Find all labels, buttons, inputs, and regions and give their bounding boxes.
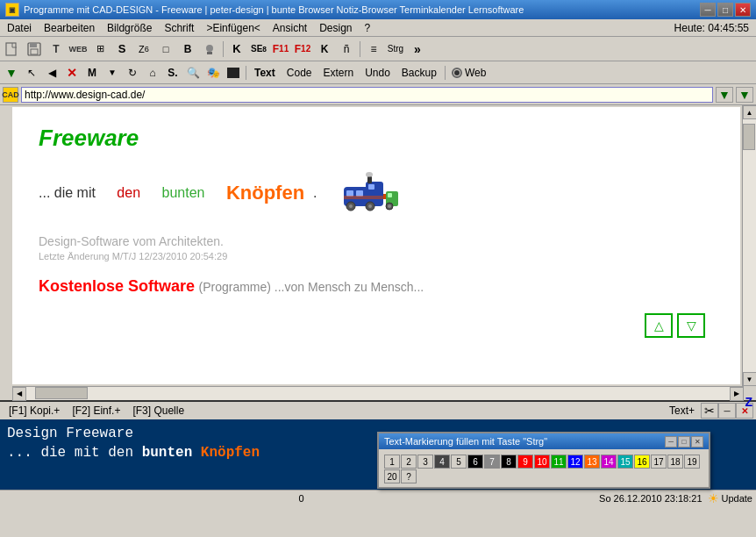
bottom-scissors[interactable]: ✂ xyxy=(701,403,718,419)
num-btn-10[interactable]: 10 xyxy=(534,455,550,469)
svg-rect-9 xyxy=(356,190,363,197)
editor-line2-bold: bunten xyxy=(142,445,193,461)
tb1-k2[interactable]: K xyxy=(314,39,335,59)
menu-help[interactable]: ? xyxy=(360,20,376,36)
titlebar-title: Programme mit CAD-DESIGN - Freeware | pe… xyxy=(24,4,524,15)
tb1-save[interactable] xyxy=(24,39,45,59)
menu-bearbeiten[interactable]: Bearbeiten xyxy=(39,20,100,36)
hscroll-left[interactable]: ◀ xyxy=(12,387,26,401)
nav-down-button[interactable]: ▽ xyxy=(677,313,705,338)
tb1-stamp[interactable] xyxy=(199,39,220,59)
num-btn-18[interactable]: 18 xyxy=(667,455,683,469)
tb1-new[interactable] xyxy=(2,39,23,59)
browser-content[interactable]: Freeware ... die mit den bunten Knöpfen. xyxy=(12,107,740,384)
num-btn-9[interactable]: 9 xyxy=(517,455,533,469)
bottom-dash[interactable]: ─ xyxy=(718,403,736,419)
tb1-grid[interactable]: ⊞ xyxy=(89,39,111,59)
tb2-extern-label[interactable]: Extern xyxy=(317,64,359,82)
tb2-black[interactable] xyxy=(224,64,243,82)
num-btn-13[interactable]: 13 xyxy=(584,455,600,469)
tb1-k[interactable]: K xyxy=(226,39,247,59)
scroll-up-button[interactable]: ▲ xyxy=(743,105,757,119)
num-btn-11[interactable]: 11 xyxy=(551,455,567,469)
toolbar1-separator xyxy=(223,41,224,57)
tb2-cursor[interactable]: ↖ xyxy=(22,64,41,82)
num-btn-12[interactable]: 12 xyxy=(567,455,583,469)
num-btn-17[interactable]: 17 xyxy=(651,455,667,469)
tb1-b[interactable]: B xyxy=(177,39,198,59)
tb1-se[interactable]: SE8 xyxy=(248,39,269,59)
tb1-strg[interactable]: Strg xyxy=(385,39,406,59)
num-btn-16[interactable]: 16 xyxy=(634,455,650,469)
maximize-button[interactable]: □ xyxy=(717,3,733,17)
tb2-bug[interactable]: 🎭 xyxy=(203,64,223,82)
tb2-web-radio[interactable]: Web xyxy=(448,67,489,79)
address-dropdown1[interactable]: ▼ xyxy=(716,87,733,103)
num-btn-question[interactable]: ? xyxy=(401,469,417,483)
tb2-delete[interactable]: ✕ xyxy=(62,64,82,82)
tb2-code-label[interactable]: Code xyxy=(282,64,317,82)
tb1-lines[interactable]: ≡ xyxy=(363,39,384,59)
bottom-f3[interactable]: [F3] Quelle xyxy=(126,402,190,419)
tb2-s[interactable]: S. xyxy=(163,64,182,82)
dialog-min-button[interactable]: ─ xyxy=(665,436,677,448)
tb1-text[interactable]: T xyxy=(46,39,67,59)
num-btn-3[interactable]: 3 xyxy=(417,455,433,469)
num-btn-19[interactable]: 19 xyxy=(684,455,700,469)
tb1-s[interactable]: S xyxy=(111,39,132,59)
tb2-m[interactable]: M xyxy=(82,64,102,82)
menu-ansicht[interactable]: Ansicht xyxy=(267,20,312,36)
num-btn-15[interactable]: 15 xyxy=(617,455,633,469)
scroll-down-button[interactable]: ▼ xyxy=(743,372,757,386)
nav-up-button[interactable]: △ xyxy=(645,313,673,338)
update-button[interactable]: ☀ Update xyxy=(708,491,752,505)
dialog-max-button[interactable]: □ xyxy=(678,436,690,448)
tb1-f1[interactable]: F11 xyxy=(270,39,291,59)
num-btn-7[interactable]: 7 xyxy=(484,455,500,469)
num-btn-20[interactable]: 20 xyxy=(384,469,400,483)
address-dropdown2[interactable]: ▼ xyxy=(736,87,753,103)
menu-bildgrosse[interactable]: Bildgröße xyxy=(102,20,157,36)
tb2-down-arrow[interactable]: ▼ xyxy=(2,64,21,82)
tb1-n[interactable]: ñ xyxy=(336,39,357,59)
dialog-close-button[interactable]: ✕ xyxy=(691,436,703,448)
scroll-thumb[interactable] xyxy=(743,124,755,150)
tb2-search[interactable]: 🔍 xyxy=(183,64,203,82)
menu-datei[interactable]: Datei xyxy=(2,20,37,36)
svg-rect-10 xyxy=(368,184,374,190)
num-btn-1[interactable]: 1 xyxy=(384,455,400,469)
addressbar: CAD ▼ ▼ xyxy=(0,84,756,105)
menu-design[interactable]: Design xyxy=(314,20,357,36)
tb1-web[interactable]: WEB xyxy=(68,39,89,59)
tb2-text-label[interactable]: Text xyxy=(249,64,281,82)
bottom-f2[interactable]: [F2] Einf.+ xyxy=(66,402,126,419)
tb2-home[interactable]: ⌂ xyxy=(143,64,162,82)
tb1-f2[interactable]: F12 xyxy=(292,39,313,59)
main-area: S R Freeware ... die mit den bunten Knöp… xyxy=(0,105,756,400)
num-btn-6[interactable]: 6 xyxy=(467,455,483,469)
close-button[interactable]: ✕ xyxy=(735,3,751,17)
hscroll-right[interactable]: ▶ xyxy=(730,387,744,401)
tb1-z[interactable]: Z6 xyxy=(133,39,154,59)
address-input[interactable] xyxy=(21,87,713,103)
menu-schrift[interactable]: Schrift xyxy=(159,20,199,36)
tb2-backup-label[interactable]: Backup xyxy=(396,64,442,82)
tb2-undo-label[interactable]: Undo xyxy=(360,64,396,82)
num-btn-2[interactable]: 2 xyxy=(401,455,417,469)
hscroll-thumb[interactable] xyxy=(35,387,88,399)
tb2-back[interactable]: ◀ xyxy=(42,64,61,82)
tb1-more[interactable]: » xyxy=(407,39,428,59)
tb2-refresh[interactable]: ↻ xyxy=(123,64,142,82)
svg-point-4 xyxy=(206,45,213,52)
num-btn-4[interactable]: 4 xyxy=(434,455,450,469)
minimize-button[interactable]: ─ xyxy=(700,3,716,17)
menu-einfugen[interactable]: >Einfügen< xyxy=(201,20,265,36)
tb1-box[interactable]: □ xyxy=(155,39,176,59)
tb2-dropdown[interactable]: ▼ xyxy=(103,64,122,82)
num-btn-8[interactable]: 8 xyxy=(501,455,517,469)
num-btn-14[interactable]: 14 xyxy=(601,455,617,469)
bottom-textplus[interactable]: Text+ xyxy=(663,402,701,419)
bottom-f1[interactable]: [F1] Kopi.+ xyxy=(3,402,66,419)
num-btn-5[interactable]: 5 xyxy=(451,455,467,469)
toolbar2: ▼ ↖ ◀ ✕ M ▼ ↻ ⌂ S. 🔍 🎭 Text Code Extern … xyxy=(0,61,756,84)
